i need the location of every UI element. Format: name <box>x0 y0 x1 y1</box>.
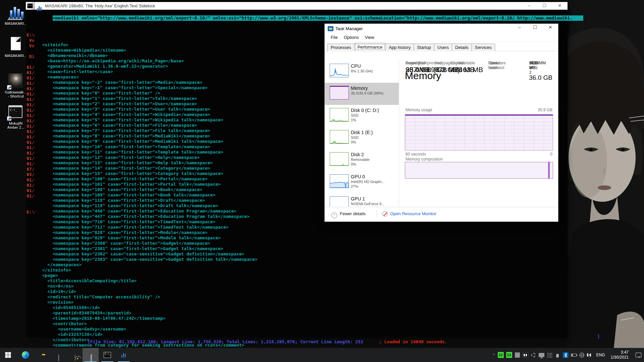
resource-sub1: NVIDIA GeForce 9... <box>351 201 399 206</box>
console-titlebar[interactable]: MASAKARI 198x60, The 'Holy Axe' English … <box>35 2 568 10</box>
resource-sub1: SSD <box>351 135 399 140</box>
menu-item[interactable]: Options <box>341 34 362 41</box>
fewer-details-button[interactable]: ⌃Fewer details <box>331 211 366 218</box>
hardware-monitor-icon[interactable] <box>515 352 520 358</box>
console-xml-line: <namespace key="829" case="first-letter"… <box>37 235 568 241</box>
minimize-button[interactable]: – <box>512 24 527 34</box>
console-output-line: E:\M <box>26 33 35 38</box>
temperature-badge[interactable]: 23 <box>506 352 512 358</box>
mini-graph <box>330 196 349 206</box>
bluetooth-icon[interactable] <box>563 352 569 358</box>
status-bracket: ] <box>597 334 600 339</box>
power-plug-icon[interactable] <box>571 352 577 358</box>
console-output-line: 01/2 <box>26 156 35 161</box>
taskbar-edge-button[interactable] <box>17 348 34 362</box>
speaker-icon[interactable] <box>587 352 593 358</box>
console-output-line: 01/2 <box>26 102 35 108</box>
resource-sub1: Intel(R) HD Graphi... <box>351 179 399 184</box>
tab[interactable]: Users <box>434 44 452 51</box>
task-manager-title: Task Manager <box>335 24 363 34</box>
action-center-icon[interactable] <box>636 353 641 357</box>
network-globe-icon[interactable] <box>579 352 585 358</box>
console-xml-line: <ns>0</ns> <box>37 284 568 289</box>
stat-label: Non-paged pool <box>435 61 463 65</box>
console-output-line: Vol <box>26 43 35 49</box>
temperature-badge[interactable]: 23 <box>498 352 504 358</box>
performance-sidebar-item[interactable]: GPU 1 NVIDIA GeForce 9... 0% <box>325 193 399 206</box>
mini-graph <box>330 86 349 100</box>
start-button[interactable] <box>0 348 16 362</box>
console-xml-line: <id>854851586</id> <box>37 305 568 310</box>
performance-sidebar-item[interactable]: CPU 6% 1.30 GHz <box>325 61 399 83</box>
console-output-line: 01/2 <box>26 150 35 156</box>
console-output-line: 01/2 <box>26 183 35 188</box>
maximize-button[interactable]: ☐ <box>527 24 543 34</box>
performance-sidebar-item[interactable]: Disk 2 Removable 0% <box>325 149 399 171</box>
resource-sub1: 35.5/35.9 GB (99%) <box>351 91 399 96</box>
stat-label: Paged pool <box>406 61 426 65</box>
performance-sidebar-item[interactable]: Disk 0 (C: D:) SSD 1% <box>325 105 399 127</box>
tab[interactable]: App history <box>385 44 414 51</box>
task-manager-titlebar[interactable]: Task Manager – ☐ ✕ <box>325 24 558 34</box>
close-button[interactable]: ✕ <box>543 24 558 34</box>
safely-remove-usb-icon[interactable] <box>555 352 560 358</box>
minimize-button[interactable]: – <box>521 2 537 10</box>
taskbar-command-prompt-button[interactable]: C:\_ <box>99 348 115 362</box>
resource-sub2: 1% <box>351 118 399 122</box>
console-output-line: E:\M <box>26 209 35 215</box>
performance-sidebar-item[interactable]: Memory 35.5/35.9 GB (99%) <box>325 83 399 105</box>
console-xml-line: <redirect title="Computer accessibility"… <box>37 294 568 300</box>
performance-sidebar: CPU 6% 1.30 GHz Memory 35.5/35.9 GB (99%… <box>325 61 399 206</box>
console-output-line: 01/2 <box>26 97 35 102</box>
stat-value: 257 MB <box>406 66 430 74</box>
console-xml-line: <namespace key="711" case="first-letter"… <box>37 225 568 230</box>
masakari-app-icon <box>37 3 42 8</box>
tab[interactable]: Startup <box>414 44 434 51</box>
open-resource-monitor-link[interactable]: Open Resource Monitor <box>382 211 436 217</box>
resource-name: CPU <box>351 63 399 69</box>
clock[interactable]: 3:47 1/30/2021 <box>609 350 631 360</box>
console-output-line: 01/1 <box>26 86 35 92</box>
tab[interactable]: Performance <box>354 43 386 51</box>
taskbar-paint-button[interactable] <box>67 348 83 362</box>
taskbar-task-manager-button[interactable] <box>83 348 99 362</box>
status-loaded-info: ; Loaded in 14048 seconds. <box>379 339 447 344</box>
console-output-line: Vol <box>26 38 35 43</box>
taskbar-notepad-button[interactable] <box>50 348 66 362</box>
console-highlighted-line: <mediawiki xmlns="http://www.mediawiki.o… <box>53 15 583 21</box>
tablet-utility-icon[interactable] <box>531 352 536 358</box>
resource-name: Memory <box>351 85 399 91</box>
resource-name: GPU 1 <box>351 196 399 201</box>
resource-sub1: SSD <box>351 113 399 118</box>
performance-sidebar-item[interactable]: GPU 0 Intel(R) HD Graphi... 27% <box>325 171 399 193</box>
console-output-line: 01/2 <box>26 118 35 124</box>
display-icon[interactable] <box>539 352 544 358</box>
resource-name: Disk 0 (C: D:) <box>351 108 399 113</box>
console-xml-line: <namespace key="2303" case="case-sensiti… <box>37 257 568 262</box>
usage-label: Memory usage <box>406 108 432 112</box>
console-output-line <box>26 204 35 209</box>
language-indicator[interactable]: ENG <box>595 353 606 357</box>
maximize-button[interactable]: ☐ <box>537 2 552 10</box>
console-xml-line: <namespace key="2302" case="case-sensiti… <box>37 251 568 257</box>
taskbar: C:\_ ⌃ 2323 ENG 3:47 1/30/2021 <box>0 348 644 362</box>
chevron-up-icon: ⌃ <box>331 213 337 218</box>
resource-sub2: 27% <box>351 184 399 189</box>
close-button[interactable]: ✕ <box>552 2 568 10</box>
show-hidden-icons-chevron[interactable]: ⌃ <box>492 353 495 357</box>
taskbar-file-explorer-button[interactable] <box>34 348 50 362</box>
grid-utility-icon[interactable] <box>547 352 552 358</box>
performance-sidebar-item[interactable]: Disk 1 (E:) SSD 0% <box>325 127 399 149</box>
console-output-line <box>26 49 35 54</box>
taskbar-masakari-button[interactable] <box>116 348 132 362</box>
tab[interactable]: Details <box>452 44 472 51</box>
menu-item[interactable]: View <box>362 34 377 41</box>
background-console-window[interactable]: C:\. E:\M Vol Vol Dir01/201/201/201/201/… <box>26 2 35 337</box>
tab[interactable]: Processes <box>327 44 355 51</box>
menu-item[interactable]: File <box>328 34 341 41</box>
console-xml-line: <namespace key="2300" case="first-letter… <box>37 241 568 246</box>
console-xml-line: </siteinfo> <box>37 267 568 273</box>
dual-pane-app-icon[interactable] <box>523 352 528 358</box>
tab[interactable]: Services <box>472 44 495 51</box>
task-manager-footer: ⌃Fewer details Open Resource Monitor <box>325 207 558 222</box>
